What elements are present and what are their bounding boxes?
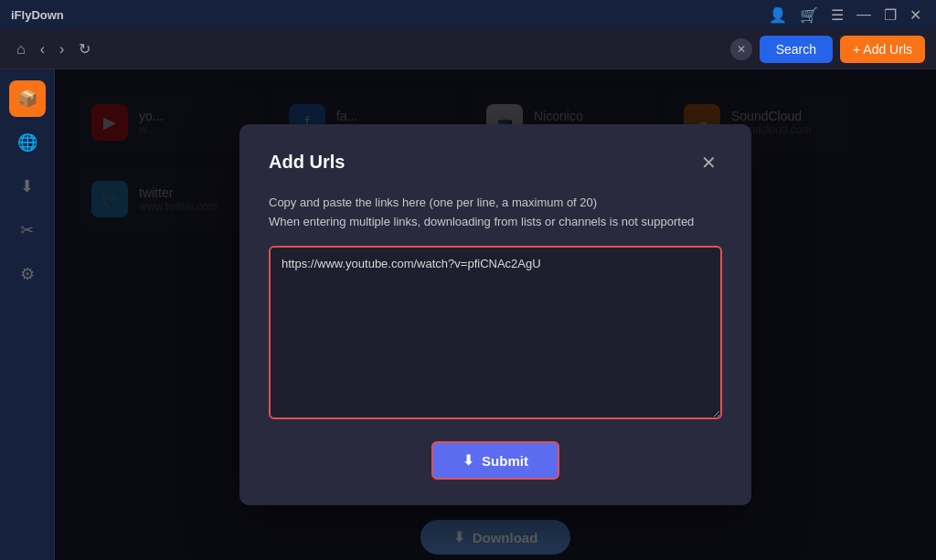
back-button[interactable]: ‹ (35, 37, 50, 61)
toolbar: ⌂ ‹ › ↻ ✕ Search + Add Urls (0, 29, 936, 69)
toolbar-nav: ⌂ ‹ › ↻ (11, 37, 96, 61)
minimize-icon[interactable]: — (853, 5, 875, 25)
refresh-button[interactable]: ↻ (73, 37, 96, 61)
close-icon[interactable]: ✕ (906, 5, 925, 26)
sidebar: 📦 🌐 ⬇ ✂ ⚙ (0, 69, 55, 560)
forward-button[interactable]: › (54, 37, 69, 61)
user-icon[interactable]: 👤 (765, 5, 791, 26)
submit-button[interactable]: ⬇ Submit (431, 441, 559, 480)
dialog-instruction-line2: When entering multiple links, downloadin… (269, 215, 694, 228)
title-bar-left: iFlyDown (11, 8, 64, 22)
title-bar: iFlyDown 👤 🛒 ☰ — ❐ ✕ (0, 0, 936, 29)
sidebar-item-downloads[interactable]: ⬇ (9, 168, 46, 205)
content-area: ▶ yo... w... f fa... w... 📺 Niconico www… (55, 69, 936, 560)
dialog-instruction-line1: Copy and paste the links here (one per l… (269, 195, 597, 209)
dialog-instruction: Copy and paste the links here (one per l… (269, 194, 722, 232)
sidebar-item-browser[interactable]: 🌐 (9, 124, 46, 161)
sidebar-item-convert[interactable]: ✂ (9, 212, 46, 248)
search-clear-button[interactable]: ✕ (730, 38, 752, 60)
home-button[interactable]: ⌂ (11, 37, 31, 61)
add-urls-dialog: Add Urls ✕ Copy and paste the links here… (239, 124, 751, 506)
menu-icon[interactable]: ☰ (827, 5, 847, 26)
sidebar-item-settings[interactable]: ⚙ (9, 256, 46, 292)
dialog-title: Add Urls (269, 152, 345, 173)
dialog-overlay: Add Urls ✕ Copy and paste the links here… (55, 69, 936, 560)
url-input[interactable]: https://www.youtube.com/watch?v=pfiCNAc2… (269, 246, 722, 419)
title-bar-controls: 👤 🛒 ☰ — ❐ ✕ (765, 5, 925, 26)
cart-icon[interactable]: 🛒 (796, 5, 822, 26)
search-button[interactable]: Search (760, 36, 833, 63)
submit-label: Submit (482, 453, 528, 469)
dialog-header: Add Urls ✕ (269, 150, 722, 175)
maximize-icon[interactable]: ❐ (880, 5, 900, 26)
submit-icon: ⬇ (463, 452, 474, 469)
dialog-close-button[interactable]: ✕ (696, 150, 722, 175)
add-urls-button[interactable]: + Add Urls (840, 36, 925, 63)
main-layout: 📦 🌐 ⬇ ✂ ⚙ ▶ yo... w... f fa... w... (0, 69, 936, 560)
sidebar-item-home[interactable]: 📦 (9, 80, 46, 117)
dialog-footer: ⬇ Submit (269, 441, 722, 480)
app-title: iFlyDown (11, 8, 64, 22)
